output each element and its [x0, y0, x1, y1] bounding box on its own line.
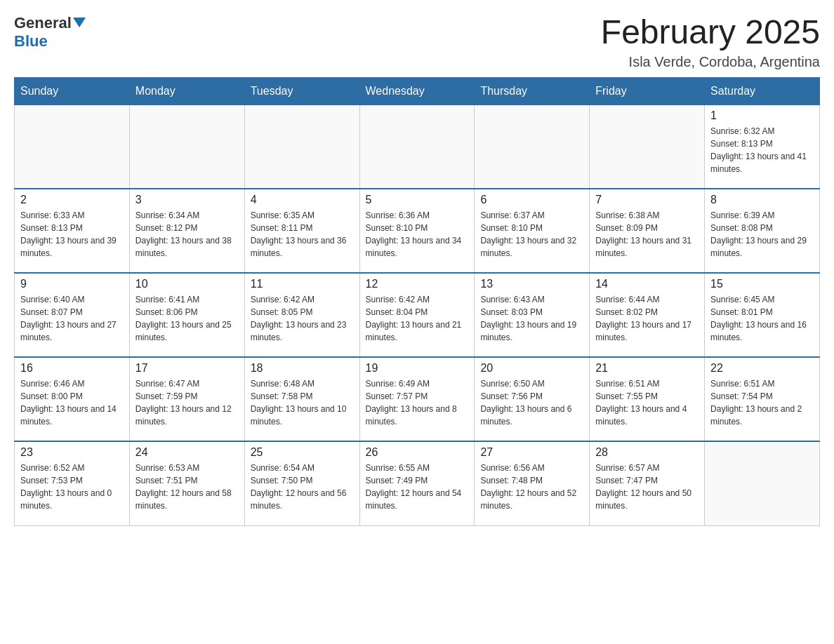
day-sun-info: Sunrise: 6:42 AM Sunset: 8:05 PM Dayligh… [251, 293, 354, 344]
calendar-day-cell: 1Sunrise: 6:32 AM Sunset: 8:13 PM Daylig… [705, 105, 820, 189]
day-sun-info: Sunrise: 6:33 AM Sunset: 8:13 PM Dayligh… [20, 209, 124, 260]
day-of-week-header: Tuesday [244, 77, 359, 105]
calendar-day-cell: 20Sunrise: 6:50 AM Sunset: 7:56 PM Dayli… [475, 357, 590, 441]
day-number: 26 [366, 446, 469, 459]
day-number: 10 [135, 278, 239, 290]
page-header: General Blue February 2025 Isla Verde, C… [14, 14, 820, 70]
day-number: 25 [251, 446, 354, 459]
day-sun-info: Sunrise: 6:52 AM Sunset: 7:53 PM Dayligh… [20, 462, 124, 512]
day-of-week-header: Saturday [705, 77, 820, 105]
day-number: 17 [135, 362, 239, 375]
calendar-week-row: 16Sunrise: 6:46 AM Sunset: 8:00 PM Dayli… [15, 357, 820, 441]
day-number: 15 [710, 278, 814, 290]
day-number: 20 [480, 362, 583, 375]
calendar-day-cell [475, 105, 590, 189]
calendar-day-cell: 18Sunrise: 6:48 AM Sunset: 7:58 PM Dayli… [244, 357, 359, 441]
day-number: 14 [595, 278, 699, 290]
day-sun-info: Sunrise: 6:54 AM Sunset: 7:50 PM Dayligh… [251, 462, 354, 512]
calendar-day-cell: 10Sunrise: 6:41 AM Sunset: 8:06 PM Dayli… [129, 273, 244, 357]
day-number: 5 [366, 194, 469, 206]
day-number: 7 [595, 194, 699, 206]
calendar-day-cell: 4Sunrise: 6:35 AM Sunset: 8:11 PM Daylig… [244, 189, 359, 273]
day-number: 16 [20, 362, 124, 375]
day-number: 2 [20, 194, 124, 206]
calendar-week-row: 23Sunrise: 6:52 AM Sunset: 7:53 PM Dayli… [15, 441, 820, 525]
day-number: 3 [135, 194, 239, 206]
calendar-day-cell: 27Sunrise: 6:56 AM Sunset: 7:48 PM Dayli… [475, 441, 590, 525]
calendar-day-cell: 2Sunrise: 6:33 AM Sunset: 8:13 PM Daylig… [15, 189, 130, 273]
calendar-week-row: 2Sunrise: 6:33 AM Sunset: 8:13 PM Daylig… [15, 189, 820, 273]
calendar-header-row: SundayMondayTuesdayWednesdayThursdayFrid… [15, 77, 820, 105]
day-sun-info: Sunrise: 6:51 AM Sunset: 7:54 PM Dayligh… [710, 377, 814, 428]
day-sun-info: Sunrise: 6:44 AM Sunset: 8:02 PM Dayligh… [595, 293, 699, 344]
calendar-day-cell: 26Sunrise: 6:55 AM Sunset: 7:49 PM Dayli… [359, 441, 475, 525]
day-number: 27 [480, 446, 583, 459]
day-of-week-header: Sunday [15, 77, 130, 105]
calendar-day-cell [590, 105, 705, 189]
day-number: 23 [20, 446, 124, 459]
day-sun-info: Sunrise: 6:37 AM Sunset: 8:10 PM Dayligh… [480, 209, 583, 260]
day-sun-info: Sunrise: 6:40 AM Sunset: 8:07 PM Dayligh… [20, 293, 124, 344]
day-sun-info: Sunrise: 6:46 AM Sunset: 8:00 PM Dayligh… [20, 377, 124, 428]
calendar-day-cell: 9Sunrise: 6:40 AM Sunset: 8:07 PM Daylig… [15, 273, 130, 357]
logo-blue-text: Blue [14, 32, 48, 51]
calendar-day-cell: 28Sunrise: 6:57 AM Sunset: 7:47 PM Dayli… [590, 441, 705, 525]
calendar-day-cell: 19Sunrise: 6:49 AM Sunset: 7:57 PM Dayli… [359, 357, 475, 441]
day-number: 6 [480, 194, 583, 206]
calendar-day-cell: 8Sunrise: 6:39 AM Sunset: 8:08 PM Daylig… [705, 189, 820, 273]
svg-marker-0 [73, 18, 86, 27]
calendar-day-cell: 13Sunrise: 6:43 AM Sunset: 8:03 PM Dayli… [475, 273, 590, 357]
day-sun-info: Sunrise: 6:32 AM Sunset: 8:13 PM Dayligh… [710, 125, 814, 175]
day-sun-info: Sunrise: 6:38 AM Sunset: 8:09 PM Dayligh… [595, 209, 699, 260]
day-number: 9 [20, 278, 124, 290]
day-sun-info: Sunrise: 6:49 AM Sunset: 7:57 PM Dayligh… [366, 377, 469, 428]
calendar-day-cell: 24Sunrise: 6:53 AM Sunset: 7:51 PM Dayli… [129, 441, 244, 525]
day-number: 22 [710, 362, 814, 375]
day-of-week-header: Wednesday [359, 77, 475, 105]
calendar-day-cell [359, 105, 475, 189]
calendar-day-cell [129, 105, 244, 189]
logo-general-text: General [14, 14, 72, 32]
calendar-day-cell: 25Sunrise: 6:54 AM Sunset: 7:50 PM Dayli… [244, 441, 359, 525]
month-title: February 2025 [601, 14, 820, 51]
day-sun-info: Sunrise: 6:50 AM Sunset: 7:56 PM Dayligh… [480, 377, 583, 428]
logo: General Blue [14, 14, 86, 51]
calendar-day-cell [244, 105, 359, 189]
calendar-day-cell: 14Sunrise: 6:44 AM Sunset: 8:02 PM Dayli… [590, 273, 705, 357]
day-sun-info: Sunrise: 6:39 AM Sunset: 8:08 PM Dayligh… [710, 209, 814, 260]
calendar-table: SundayMondayTuesdayWednesdayThursdayFrid… [14, 77, 820, 526]
day-sun-info: Sunrise: 6:56 AM Sunset: 7:48 PM Dayligh… [480, 462, 583, 512]
day-sun-info: Sunrise: 6:42 AM Sunset: 8:04 PM Dayligh… [366, 293, 469, 344]
calendar-day-cell: 11Sunrise: 6:42 AM Sunset: 8:05 PM Dayli… [244, 273, 359, 357]
day-number: 24 [135, 446, 239, 459]
day-number: 19 [366, 362, 469, 375]
calendar-day-cell [15, 105, 130, 189]
calendar-day-cell: 15Sunrise: 6:45 AM Sunset: 8:01 PM Dayli… [705, 273, 820, 357]
calendar-day-cell: 22Sunrise: 6:51 AM Sunset: 7:54 PM Dayli… [705, 357, 820, 441]
day-sun-info: Sunrise: 6:48 AM Sunset: 7:58 PM Dayligh… [251, 377, 354, 428]
day-sun-info: Sunrise: 6:57 AM Sunset: 7:47 PM Dayligh… [595, 462, 699, 512]
location-subtitle: Isla Verde, Cordoba, Argentina [601, 54, 820, 70]
day-sun-info: Sunrise: 6:35 AM Sunset: 8:11 PM Dayligh… [251, 209, 354, 260]
day-sun-info: Sunrise: 6:53 AM Sunset: 7:51 PM Dayligh… [135, 462, 239, 512]
calendar-day-cell: 16Sunrise: 6:46 AM Sunset: 8:00 PM Dayli… [15, 357, 130, 441]
calendar-day-cell: 12Sunrise: 6:42 AM Sunset: 8:04 PM Dayli… [359, 273, 475, 357]
calendar-day-cell: 21Sunrise: 6:51 AM Sunset: 7:55 PM Dayli… [590, 357, 705, 441]
day-sun-info: Sunrise: 6:45 AM Sunset: 8:01 PM Dayligh… [710, 293, 814, 344]
calendar-day-cell: 7Sunrise: 6:38 AM Sunset: 8:09 PM Daylig… [590, 189, 705, 273]
day-sun-info: Sunrise: 6:43 AM Sunset: 8:03 PM Dayligh… [480, 293, 583, 344]
day-of-week-header: Friday [590, 77, 705, 105]
day-number: 1 [710, 109, 814, 122]
calendar-day-cell: 5Sunrise: 6:36 AM Sunset: 8:10 PM Daylig… [359, 189, 475, 273]
day-number: 12 [366, 278, 469, 290]
calendar-day-cell: 23Sunrise: 6:52 AM Sunset: 7:53 PM Dayli… [15, 441, 130, 525]
day-number: 11 [251, 278, 354, 290]
calendar-day-cell: 6Sunrise: 6:37 AM Sunset: 8:10 PM Daylig… [475, 189, 590, 273]
day-sun-info: Sunrise: 6:55 AM Sunset: 7:49 PM Dayligh… [366, 462, 469, 512]
title-section: February 2025 Isla Verde, Cordoba, Argen… [601, 14, 820, 70]
calendar-day-cell [705, 441, 820, 525]
calendar-week-row: 9Sunrise: 6:40 AM Sunset: 8:07 PM Daylig… [15, 273, 820, 357]
logo-arrow-icon [73, 18, 86, 27]
day-of-week-header: Monday [129, 77, 244, 105]
day-sun-info: Sunrise: 6:51 AM Sunset: 7:55 PM Dayligh… [595, 377, 699, 428]
